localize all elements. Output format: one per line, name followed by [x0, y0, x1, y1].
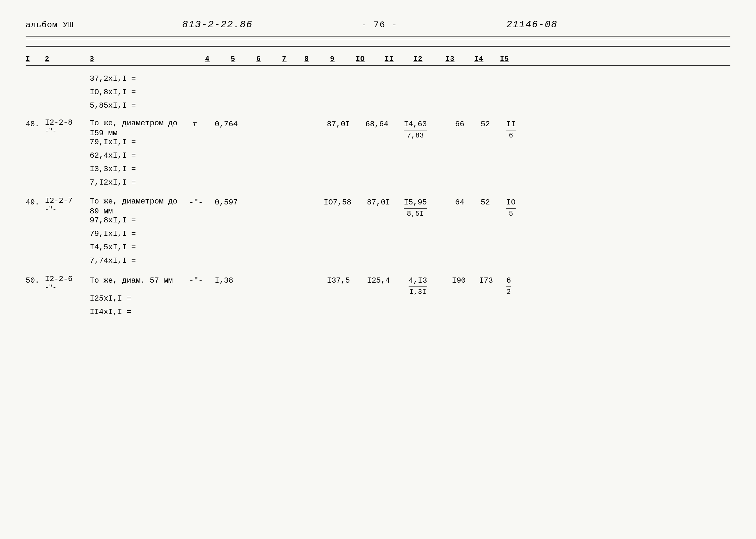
cell-50-desc: То же, диам. 57 мм [90, 274, 173, 286]
row-50-main: 50. I2-2-6 -"- То же, диам. 57 мм -"- I,… [26, 274, 730, 291]
cell-49-code-bot: -"- [45, 206, 72, 213]
row-48-main: 48. I2-2-8 -"- То же, диаметром до I59 м… [26, 118, 730, 135]
cell-pre3-c3: 5,85xI,I = [90, 100, 136, 112]
cell-49-c11: 87,0I [367, 196, 390, 208]
cell-48-val: 0,764 [215, 118, 238, 130]
row-49-main: 49. I2-2-7 -"- То же, диаметром до 89 мм… [26, 196, 730, 213]
cell-48-desc: То же, диаметром до I59 мм [90, 118, 178, 138]
col-header-2: 2 [45, 55, 49, 63]
page: альбом УШ 813-2-22.86 - 76 - 21146-08 I … [0, 0, 756, 539]
col-header-5: 5 [231, 55, 235, 63]
col-header-12: I2 [414, 55, 422, 63]
col-header-4: 4 [205, 55, 210, 63]
col-header-6: 6 [257, 55, 261, 63]
cell-49b-c3: 79,IxI,I = [90, 228, 136, 240]
sub-row-49d: 7,74xI,I = [26, 255, 730, 267]
code-right: 21146-08 [506, 19, 558, 30]
cell-49-num: 49. [26, 196, 39, 208]
code-left: 813-2-22.86 [182, 19, 253, 30]
top-border [26, 36, 730, 37]
second-border [26, 40, 730, 40]
album-label: альбом УШ [26, 20, 73, 30]
pre-row-1: 37,2xI,I = [26, 73, 730, 85]
sub-row-48b: 62,4xI,I = [26, 150, 730, 162]
pre-row-2: IO,8xI,I = [26, 86, 730, 98]
cell-50-c11: I25,4 [367, 274, 390, 286]
cell-49-c13: 64 [455, 196, 464, 208]
cell-50a-c3: I25xI,I = [90, 293, 131, 304]
col-header-14: I4 [474, 55, 483, 63]
cell-48-code: I2-2-8 -"- [45, 118, 72, 135]
cell-48-c14: 52 [481, 118, 490, 130]
cell-48-c13: 66 [455, 118, 464, 130]
cell-49-val: 0,597 [215, 196, 238, 208]
cell-49-c10: IO7,58 [324, 196, 351, 208]
col-header-10: IO [356, 55, 365, 63]
col-header-15: I5 [500, 55, 509, 63]
cell-48-code-top: I2-2-8 [45, 118, 72, 127]
cell-48-c11: 68,64 [365, 118, 388, 130]
cell-48c-c3: I3,3xI,I = [90, 163, 136, 175]
column-headers: I 2 3 4 5 6 7 8 9 IO II I2 I3 I4 I5 [26, 46, 730, 66]
content-area: 37,2xI,I = IO,8xI,I = 5,85xI,I = 48. I2-… [26, 73, 730, 318]
cell-49-code-top: I2-2-7 [45, 196, 72, 206]
cell-49-c12-top: I5,95 [404, 196, 427, 208]
cell-48-c12-top: I4,63 [404, 118, 427, 130]
cell-49a-c3: 97,8xI,I = [90, 214, 136, 226]
col-header-13: I3 [445, 55, 454, 63]
cell-48-c15-top: II [506, 118, 516, 130]
sub-row-50a: I25xI,I = [26, 293, 730, 305]
cell-49d-c3: 7,74xI,I = [90, 255, 136, 267]
cell-pre2-c3: IO,8xI,I = [90, 86, 136, 98]
cell-49-c14: 52 [481, 196, 490, 208]
cell-48b-c3: 62,4xI,I = [90, 150, 136, 162]
header: альбом УШ 813-2-22.86 - 76 - 21146-08 [26, 19, 730, 30]
sub-row-49b: 79,IxI,I = [26, 228, 730, 240]
cell-48-desc-top: То же, диаметром до [90, 118, 178, 128]
cell-50b-c3: II4xI,I = [90, 306, 131, 318]
sub-row-48d: 7,I2xI,I = [26, 177, 730, 189]
page-number: - 76 - [361, 20, 398, 30]
col-header-3: 3 [90, 55, 94, 63]
cell-48d-c3: 7,I2xI,I = [90, 177, 136, 189]
cell-50-c14: I73 [479, 274, 493, 286]
col-header-9: 9 [330, 55, 335, 63]
cell-50-c13: I90 [452, 274, 466, 286]
sub-row-48c: I3,3xI,I = [26, 163, 730, 175]
col-header-8: 8 [304, 55, 309, 63]
cell-48-code-bot: -"- [45, 127, 72, 135]
sub-row-49a: 97,8xI,I = [26, 214, 730, 227]
cell-50-c12-top: 4,I3 [409, 274, 427, 286]
cell-49-desc: То же, диаметром до 89 мм [90, 196, 178, 216]
cell-50-code-bot: -"- [45, 284, 72, 292]
col-header-1: I [26, 55, 30, 63]
cell-50-num: 50. [26, 274, 39, 286]
cell-50-val: I,38 [215, 274, 233, 286]
cell-50-code: I2-2-6 -"- [45, 274, 72, 292]
cell-49-unit: -"- [189, 196, 203, 208]
col-header-7: 7 [282, 55, 286, 63]
cell-48-num: 48. [26, 118, 39, 130]
sub-row-50b: II4xI,I = [26, 306, 730, 318]
cell-49-c15-top: IO [506, 196, 516, 208]
cell-49-desc-top: То же, диаметром до [90, 196, 178, 206]
cell-50-c10: I37,5 [327, 274, 350, 286]
col-header-11: II [385, 55, 394, 63]
sub-row-48a: 79,IxI,I = [26, 136, 730, 148]
cell-48a-c3: 79,IxI,I = [90, 136, 136, 148]
sub-row-49c: I4,5xI,I = [26, 241, 730, 254]
cell-pre1-c3: 37,2xI,I = [90, 73, 136, 85]
cell-49c-c3: I4,5xI,I = [90, 241, 136, 253]
pre-row-3: 5,85xI,I = [26, 100, 730, 112]
cell-50-code-top: I2-2-6 [45, 274, 72, 284]
cell-48-unit: т [192, 118, 197, 130]
cell-50-unit: -"- [189, 274, 203, 286]
cell-49-code: I2-2-7 -"- [45, 196, 72, 213]
cell-50-c15-top: 6 [506, 274, 511, 286]
cell-48-c10: 87,0I [327, 118, 350, 130]
